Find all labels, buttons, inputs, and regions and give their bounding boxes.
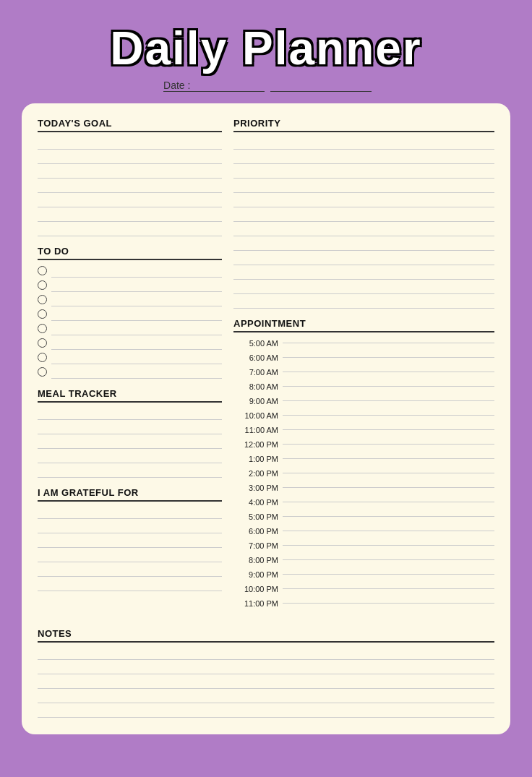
appt-line-700pm: [283, 545, 494, 546]
grateful-line-2[interactable]: [38, 520, 222, 533]
priority-line-10[interactable]: [233, 266, 494, 280]
grateful-line-4[interactable]: [38, 549, 222, 562]
todo-circle-2[interactable]: [38, 280, 47, 290]
appt-line-600pm: [283, 531, 494, 531]
appt-line-800am: [283, 386, 494, 387]
todo-item-8[interactable]: [38, 365, 222, 379]
goal-line-4[interactable]: [38, 179, 222, 193]
appt-row-1000pm[interactable]: 10:00 PM: [233, 582, 494, 596]
notes-line-2[interactable]: [38, 661, 494, 674]
notes-line-1[interactable]: [38, 646, 494, 660]
appt-line-700am: [283, 372, 494, 372]
priority-line-1[interactable]: [233, 136, 494, 150]
appt-row-600am[interactable]: 6:00 AM: [233, 351, 494, 364]
todo-item-1[interactable]: [38, 264, 222, 278]
todo-item-4[interactable]: [38, 307, 222, 321]
appt-time-900am: 9:00 AM: [233, 397, 283, 405]
goal-line-1[interactable]: [38, 136, 222, 150]
priority-line-11[interactable]: [233, 280, 494, 294]
meal-line-2[interactable]: [38, 421, 222, 434]
appt-line-1200pm: [283, 444, 494, 445]
todo-item-2[interactable]: [38, 278, 222, 292]
appt-row-500pm[interactable]: 5:00 PM: [233, 510, 494, 523]
notes-line-5[interactable]: [38, 704, 494, 718]
todo-circle-4[interactable]: [38, 309, 47, 319]
appt-time-600am: 6:00 AM: [233, 353, 283, 362]
priority-line-12[interactable]: [233, 295, 494, 309]
grateful-line-3[interactable]: [38, 534, 222, 548]
appt-row-200pm[interactable]: 2:00 PM: [233, 466, 494, 480]
appt-row-900am[interactable]: 9:00 AM: [233, 394, 494, 408]
todo-line-7: [51, 351, 222, 364]
appt-row-400pm[interactable]: 4:00 PM: [233, 495, 494, 509]
appt-row-700pm[interactable]: 7:00 PM: [233, 538, 494, 552]
notes-line-3[interactable]: [38, 675, 494, 689]
todo-item-7[interactable]: [38, 351, 222, 364]
priority-line-9[interactable]: [233, 252, 494, 265]
appt-time-700pm: 7:00 PM: [233, 541, 283, 550]
appt-line-1000pm: [283, 588, 494, 589]
appt-line-500am: [283, 343, 494, 343]
todo-circle-7[interactable]: [38, 353, 47, 362]
grateful-line-1[interactable]: [38, 505, 222, 519]
todo-line-6: [51, 336, 222, 350]
appt-time-100pm: 1:00 PM: [233, 455, 283, 463]
appt-row-800pm[interactable]: 8:00 PM: [233, 553, 494, 567]
meal-line-5[interactable]: [38, 464, 222, 478]
appt-row-900pm[interactable]: 9:00 PM: [233, 567, 494, 581]
appt-line-1000am: [283, 415, 494, 416]
priority-line-2[interactable]: [233, 150, 494, 164]
priority-line-5[interactable]: [233, 194, 494, 207]
appt-row-100pm[interactable]: 1:00 PM: [233, 452, 494, 465]
goal-line-2[interactable]: [38, 150, 222, 164]
appt-time-1100am: 11:00 AM: [233, 426, 283, 434]
appt-line-1100am: [283, 429, 494, 430]
todo-line-5: [51, 322, 222, 335]
grateful-line-6[interactable]: [38, 578, 222, 591]
meal-line-4[interactable]: [38, 450, 222, 463]
appt-line-200pm: [283, 473, 494, 473]
goal-line-6[interactable]: [38, 208, 222, 222]
todo-circle-3[interactable]: [38, 295, 47, 304]
appt-row-300pm[interactable]: 3:00 PM: [233, 481, 494, 494]
date-field[interactable]: Date :: [160, 80, 372, 92]
priority-header: PRIORITY: [233, 118, 494, 132]
appt-row-500am[interactable]: 5:00 AM: [233, 336, 494, 350]
appt-row-800am[interactable]: 8:00 AM: [233, 379, 494, 393]
appt-row-1100am[interactable]: 11:00 AM: [233, 423, 494, 437]
todo-circle-5[interactable]: [38, 324, 47, 333]
appt-line-900am: [283, 400, 494, 401]
todo-item-6[interactable]: [38, 336, 222, 350]
todo-circle-1[interactable]: [38, 266, 47, 275]
todo-header: TO DO: [38, 246, 222, 260]
todo-item-5[interactable]: [38, 322, 222, 335]
todo-circle-6[interactable]: [38, 338, 47, 348]
todo-item-3[interactable]: [38, 293, 222, 306]
appt-row-1000am[interactable]: 10:00 AM: [233, 408, 494, 422]
planner-card: TODAY'S GOAL TO DO: [22, 103, 510, 734]
priority-line-6[interactable]: [233, 208, 494, 222]
goal-line-7[interactable]: [38, 223, 222, 236]
appt-row-700am[interactable]: 7:00 AM: [233, 365, 494, 379]
todays-goal-section: TODAY'S GOAL: [38, 118, 222, 237]
priority-line-8[interactable]: [233, 237, 494, 251]
goal-line-5[interactable]: [38, 194, 222, 207]
priority-line-4[interactable]: [233, 179, 494, 193]
meal-line-3[interactable]: [38, 435, 222, 449]
grateful-line-5[interactable]: [38, 563, 222, 577]
appt-row-600pm[interactable]: 6:00 PM: [233, 524, 494, 538]
todo-line-2: [51, 278, 222, 292]
meal-line-1[interactable]: [38, 406, 222, 420]
appt-row-1100pm[interactable]: 11:00 PM: [233, 596, 494, 610]
appointment-header: APPOINTMENT: [233, 318, 494, 332]
main-columns: TODAY'S GOAL TO DO: [38, 118, 494, 619]
goal-line-3[interactable]: [38, 165, 222, 179]
appt-row-1200pm[interactable]: 12:00 PM: [233, 437, 494, 451]
notes-line-4[interactable]: [38, 690, 494, 703]
priority-line-3[interactable]: [233, 165, 494, 179]
priority-line-7[interactable]: [233, 223, 494, 236]
appt-time-800pm: 8:00 PM: [233, 556, 283, 564]
appt-time-1000pm: 10:00 PM: [233, 585, 283, 593]
appt-time-700am: 7:00 AM: [233, 368, 283, 377]
todo-circle-8[interactable]: [38, 367, 47, 377]
